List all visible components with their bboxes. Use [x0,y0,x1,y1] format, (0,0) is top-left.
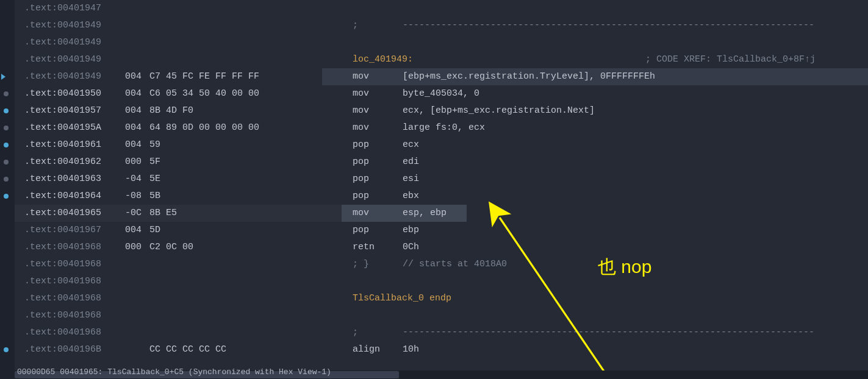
breakpoint-dot-icon[interactable] [4,194,9,199]
address-col: .text:00401957 [24,102,101,119]
operand-col: 0Ch [403,239,419,256]
operand-col: edi [403,154,419,171]
disasm-row[interactable]: .text:004019620005Fpopedi [15,154,868,171]
disasm-row[interactable]: .text:0040195A00464 89 0D 00 00 00 00mov… [15,119,868,136]
breakpoint-dot-icon[interactable] [4,347,9,352]
mnemonic-col: mov [353,102,369,119]
operand-col: ----------------------------------------… [403,324,814,341]
disasm-row[interactable]: .text:00401968;-------------------------… [15,324,868,341]
stackptr-col: 004 [125,85,142,102]
address-col: .text:00401949 [24,51,101,68]
disasm-row[interactable]: .text:00401964-085Bpopebx [15,188,868,205]
address-col: .text:00401963 [24,171,101,188]
disasm-row[interactable]: .text:00401947 [15,0,868,17]
stackptr-col: 004 [125,119,142,136]
breakpoint-dot-icon[interactable] [4,126,9,130]
mnemonic-col: mov [353,119,369,136]
bytes-col: 64 89 0D 00 00 00 00 [149,119,259,136]
mnemonic-col: ; [353,17,358,34]
stackptr-col: 000 [125,239,142,256]
breakpoint-dot-icon[interactable] [4,143,9,147]
disassembly-view: .text:00401947.text:00401949;-----------… [0,0,868,379]
address-col: .text:00401968 [24,290,101,307]
stackptr-col: 004 [125,136,142,154]
breakpoint-dot-icon[interactable] [4,91,9,96]
stackptr-col: 004 [125,102,142,119]
address-col: .text:00401967 [24,222,101,239]
address-col: .text:0040196B [24,341,101,358]
bytes-col: 5B [149,188,160,205]
stackptr-col: 000 [125,154,142,171]
mnemonic-col: retn [353,239,375,256]
operand-col: ----------------------------------------… [403,17,814,34]
address-col: .text:00401961 [24,136,101,154]
mnemonic-col: pop [353,188,369,205]
operand-col: ebp [403,222,419,239]
address-col: .text:0040195A [24,119,101,136]
gutter [0,0,15,379]
mnemonic-col: ; [353,324,358,341]
label-col: TlsCallback_0 endp [353,290,451,307]
address-col: .text:00401965 [24,205,101,222]
operand-col: esi [403,171,419,188]
operand-col: [ebp+ms_exc.registration.TryLevel], 0FFF… [403,68,655,85]
address-col: .text:00401949 [24,34,101,51]
mnemonic-col: ; } [353,256,369,273]
disasm-row[interactable]: .text:00401963-045Epopesi [15,171,868,188]
address-col: .text:00401949 [24,68,101,85]
operand-col: // starts at 4018A0 [403,256,507,273]
operand-col: large fs:0, ecx [403,119,485,136]
bytes-col: 8B 4D F0 [149,102,193,119]
disasm-row[interactable]: .text:004019670045Dpopebp [15,222,868,239]
address-col: .text:00401968 [24,324,101,341]
bytes-col: CC CC CC CC CC [149,341,226,358]
address-col: .text:00401962 [24,154,101,171]
mnemonic-col: pop [353,154,369,171]
disasm-row[interactable]: .text:00401968; }// starts at 4018A0 [15,256,868,273]
bytes-col: 5F [149,154,160,171]
disasm-row[interactable]: .text:00401950004C6 05 34 50 40 00 00mov… [15,85,868,102]
disasm-row[interactable]: .text:00401968 [15,273,868,290]
operand-col: ecx [403,136,419,154]
disasm-row[interactable]: .text:00401949 [15,34,868,51]
address-col: .text:00401949 [24,17,101,34]
disasm-row[interactable]: .text:00401968000C2 0C 00retn0Ch [15,239,868,256]
disasm-row[interactable]: .text:004019570048B 4D F0movecx, [ebp+ms… [15,102,868,119]
bytes-col: C2 0C 00 [149,239,193,256]
operand-col: byte_405034, 0 [403,85,479,102]
bytes-col: 8B E5 [149,205,177,222]
disasm-row[interactable]: .text:00401949loc_401949:; CODE XREF: Tl… [15,51,868,68]
disasm-row[interactable]: .text:00401949;-------------------------… [15,17,868,34]
disasm-row[interactable]: .text:0040196BCC CC CC CC CCalign10h [15,341,868,358]
disasm-row[interactable]: .text:00401968 [15,307,868,324]
code-area[interactable]: .text:00401947.text:00401949;-----------… [15,0,868,379]
stackptr-col: -04 [125,171,142,188]
bytes-col: C6 05 34 50 40 00 00 [149,85,259,102]
operand-col: esp, ebp [403,205,447,222]
disasm-row[interactable]: .text:0040196100459popecx [15,136,868,154]
mnemonic-col: mov [353,205,369,222]
bytes-col: 5E [149,171,160,188]
disasm-row[interactable]: .text:00401965-0C8B E5movesp, ebp [15,205,868,222]
xref-col: ; CODE XREF: TlsCallback_0+8F↑j [645,51,816,68]
address-col: .text:00401947 [24,0,101,17]
address-col: .text:00401968 [24,273,101,290]
stackptr-col: 004 [125,68,142,85]
breakpoint-dot-icon[interactable] [4,108,9,113]
ip-arrow-icon[interactable] [1,74,5,80]
breakpoint-dot-icon[interactable] [4,160,9,165]
bytes-col: 5D [149,222,160,239]
mnemonic-col: pop [353,222,369,239]
address-col: .text:00401950 [24,85,101,102]
mnemonic-col: align [353,341,380,358]
label-col: loc_401949: [353,51,413,68]
disasm-row[interactable]: .text:00401949004C7 45 FC FE FF FF FFmov… [15,68,868,85]
mnemonic-col: mov [353,85,369,102]
stackptr-col: -08 [125,188,142,205]
breakpoint-dot-icon[interactable] [4,177,9,182]
disasm-row[interactable]: .text:00401968TlsCallback_0 endp [15,290,868,307]
mnemonic-col: mov [353,68,369,85]
bytes-col: C7 45 FC FE FF FF FF [149,68,259,85]
operand-col: 10h [403,341,419,358]
bytes-col: 59 [149,136,160,154]
